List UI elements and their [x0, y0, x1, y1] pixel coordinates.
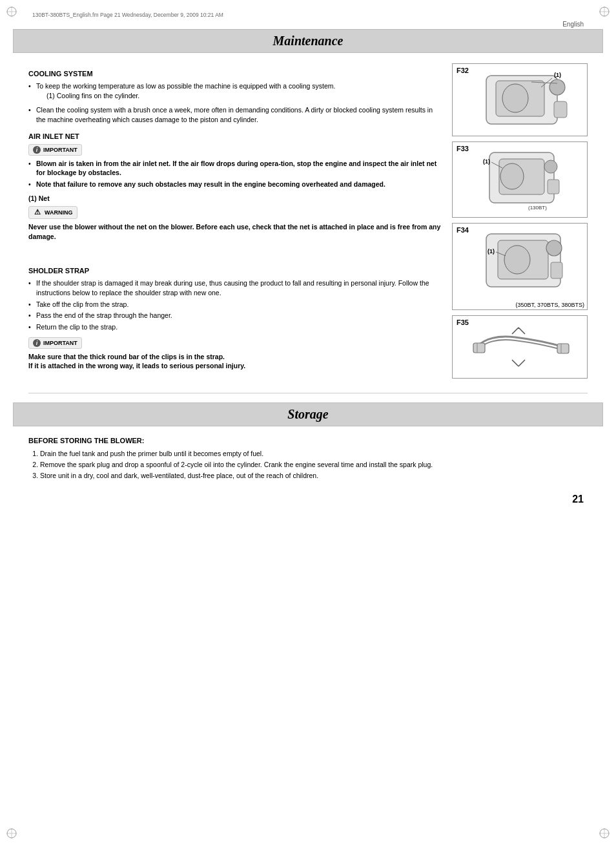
figure-f35-svg [470, 321, 570, 373]
air-inlet-bullet-1: Blown air is taken in from the air inlet… [28, 159, 442, 178]
shoulder-bullet-4: Return the clip to the strap. [28, 322, 442, 332]
shoulder-bullets: If the shoulder strap is damaged it may … [28, 278, 442, 331]
svg-point-16 [502, 84, 528, 112]
storage-title: Storage [14, 407, 602, 422]
figure-f32-label: F32 [457, 67, 469, 74]
language-label: English [13, 21, 603, 28]
svg-text:(1): (1) [483, 158, 490, 165]
page-number: 21 [13, 494, 603, 505]
svg-rect-32 [551, 262, 562, 278]
figure-f32-svg: (1) [467, 69, 573, 130]
shoulder-bullet-1: If the shoulder strap is damaged it may … [28, 278, 442, 297]
figure-f33-content: (1) (130BT) [453, 142, 587, 217]
storage-step-2: Remove the spark plug and drop a spoonfu… [40, 459, 588, 470]
figure-f35-label: F35 [457, 318, 469, 326]
corner-mark-tl [5, 5, 18, 18]
cooling-bullet-2: Clean the cooling system with a brush on… [28, 105, 442, 124]
figure-f33: F33 (1) (130BT) [452, 141, 588, 218]
figure-f32: F32 (1) [452, 63, 588, 136]
net-label: (1) Net [28, 194, 442, 202]
storage-content: BEFORE STORING THE BLOWER: Drain the fue… [13, 437, 603, 481]
figure-f33-label: F33 [457, 145, 469, 152]
important-icon-2: i [33, 339, 41, 347]
svg-point-23 [544, 160, 557, 173]
svg-rect-15 [554, 101, 567, 118]
important-text-shoulder: Make sure that the thick round bar of th… [28, 352, 442, 371]
maintenance-title: Maintenance [14, 34, 602, 48]
svg-rect-35 [473, 343, 485, 353]
cooling-bullets-2: Clean the cooling system with a brush on… [28, 105, 442, 124]
svg-text:(130BT): (130BT) [528, 205, 547, 211]
storage-steps-list: Drain the fuel tank and push the primer … [28, 448, 588, 481]
figure-f34-caption: (350BT, 370BTS, 380BTS) [453, 302, 587, 309]
figure-f32-content: (1) [453, 64, 587, 136]
figure-f33-svg: (1) (130BT) [467, 147, 573, 212]
shoulder-bullet-2: Take off the clip from the strap. [28, 300, 442, 309]
svg-text:(1): (1) [554, 72, 561, 78]
air-inlet-bullet-2: Note that failure to remove any such obs… [28, 180, 442, 189]
warning-label: WARNING [45, 209, 73, 216]
warning-badge: ⚠ WARNING [28, 206, 77, 219]
warning-text: Never use the blower without the net on … [28, 222, 442, 241]
important-label-1: IMPORTANT [43, 147, 77, 153]
important-icon-1: i [33, 146, 41, 154]
corner-mark-bl [5, 827, 18, 840]
cooling-sub: (1) Cooling fins on the cylinder. [36, 92, 139, 99]
svg-rect-37 [557, 344, 569, 353]
svg-point-31 [546, 240, 562, 256]
maintenance-banner: Maintenance [13, 29, 603, 53]
figure-f35: F35 [452, 315, 588, 379]
storage-heading: BEFORE STORING THE BLOWER: [28, 437, 588, 444]
storage-step-3: Store unit in a dry, cool and dark, well… [40, 470, 588, 481]
warning-icon: ⚠ [33, 208, 42, 217]
figure-f34-svg: (1) [467, 229, 573, 297]
right-column: F32 (1) [452, 63, 588, 384]
figure-f34: F34 (1) (350BT, 370BTS, 380BTS) [452, 223, 588, 310]
section-divider [28, 393, 588, 393]
svg-text:(1): (1) [488, 248, 495, 255]
storage-banner: Storage [13, 402, 603, 426]
svg-point-22 [500, 163, 524, 189]
figure-f34-label: F34 [457, 226, 469, 234]
important-badge-1: i IMPORTANT [28, 144, 82, 156]
shoulder-bullet-3: Pass the end of the strap through the ha… [28, 311, 442, 320]
corner-mark-br [598, 827, 611, 840]
important-label-2: IMPORTANT [43, 340, 77, 346]
left-column: COOLING SYSTEM To keep the working tempe… [28, 63, 442, 384]
page: 130BT-380BTS_English.fm Page 21 Wednesda… [0, 0, 616, 845]
file-info: 130BT-380BTS_English.fm Page 21 Wednesda… [13, 12, 603, 18]
figure-f34-content: (1) [453, 224, 587, 302]
figure-f35-content [453, 316, 587, 378]
shoulder-strap-heading: SHOLDER STRAP [28, 267, 442, 275]
cooling-system-heading: COOLING SYSTEM [28, 70, 442, 78]
air-inlet-heading: AIR INLET NET [28, 132, 442, 140]
svg-point-30 [504, 245, 530, 274]
storage-step-1: Drain the fuel tank and push the primer … [40, 448, 588, 459]
air-inlet-important-bullets: Blown air is taken in from the air inlet… [28, 159, 442, 189]
important-badge-2: i IMPORTANT [28, 337, 82, 349]
cooling-bullet-1: To keep the working temperature as low a… [28, 81, 442, 100]
cooling-bullets: To keep the working temperature as low a… [28, 81, 442, 100]
svg-rect-24 [548, 180, 559, 194]
svg-point-14 [549, 79, 565, 95]
corner-mark-tr [598, 5, 611, 18]
main-content: COOLING SYSTEM To keep the working tempe… [13, 63, 603, 384]
